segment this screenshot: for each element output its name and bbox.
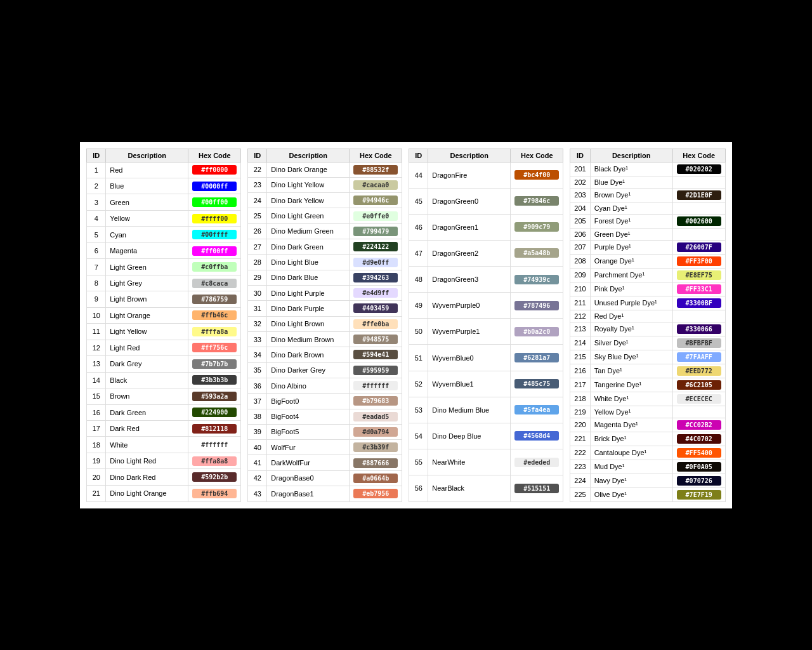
row-id: 29: [248, 270, 267, 285]
row-description: Dino Medium Green: [267, 223, 350, 239]
row-hex: #ffa8a8: [188, 453, 241, 468]
table-row: 52WyvernBlue1#485c75: [409, 371, 563, 397]
color-swatch: #c8caca: [192, 279, 237, 288]
row-id: 207: [570, 240, 590, 254]
row-hex: #6C2105: [672, 378, 725, 392]
color-swatch: #ffff00: [192, 214, 237, 223]
color-swatch: #FF33C1: [677, 284, 721, 294]
row-description: Blue Dye¹: [590, 176, 672, 188]
row-description: Dino Darker Grey: [267, 362, 350, 378]
row-description: Orange Dye¹: [590, 254, 672, 268]
row-id: 23: [248, 177, 267, 192]
color-swatch: #ffa8a8: [192, 456, 237, 466]
color-swatch: #887666: [353, 458, 398, 468]
row-description: Magenta: [106, 242, 188, 258]
row-id: 2: [87, 178, 106, 194]
table-row: 210Pink Dye¹#FF33C1: [570, 282, 725, 296]
row-description: WyvernPurple1: [428, 319, 511, 345]
row-hex: #948575: [350, 331, 402, 347]
color-swatch: #6281a7: [514, 353, 559, 362]
row-id: 27: [248, 239, 267, 255]
table-row: 43DragonBase1#eb7956: [248, 486, 402, 501]
row-hex: #bc4f00: [511, 162, 563, 188]
row-id: 16: [87, 404, 106, 420]
row-hex: #eadad5: [350, 409, 402, 424]
row-hex: #c8caca: [188, 275, 241, 291]
table-row: 13Dark Grey#7b7b7b: [87, 356, 241, 372]
row-description: Black Dye¹: [590, 162, 672, 176]
row-hex: #3300BF: [672, 296, 725, 310]
row-description: Light Yellow: [106, 324, 188, 340]
row-hex: #c3b39f: [350, 440, 402, 455]
row-hex: [672, 228, 725, 240]
row-description: Dino Dark Blue: [267, 270, 350, 285]
row-id: 21: [87, 485, 106, 501]
row-id: 212: [570, 310, 590, 322]
table-row: 20Dino Dark Red#592b2b: [87, 469, 241, 485]
row-id: 26: [248, 223, 267, 239]
row-hex: [672, 310, 725, 322]
row-id: 46: [409, 214, 428, 240]
row-hex: #79846c: [511, 188, 563, 214]
table-row: 47DragonGreen2#a5a48b: [409, 240, 563, 266]
table-row: 19Dino Light Red#ffa8a8: [87, 453, 241, 468]
row-description: Parchment Dye¹: [590, 268, 672, 282]
table-row: 40WolfFur#c3b39f: [248, 440, 402, 455]
col-header-desc2: Description: [267, 149, 350, 162]
color-swatch: #e4d9ff: [353, 288, 398, 298]
row-description: WolfFur: [267, 440, 350, 455]
row-id: 217: [570, 378, 590, 392]
row-hex: #fffa8a: [188, 324, 241, 340]
table-row: 215Sky Blue Dye¹#7FAAFF: [570, 350, 725, 364]
color-swatch: #c3b39f: [353, 442, 398, 452]
color-swatch: #FF3F00: [677, 256, 721, 266]
color-swatch: #ECECEC: [677, 394, 721, 404]
row-id: 6: [87, 242, 106, 258]
row-description: Dino Light Green: [267, 208, 350, 223]
row-description: NearBlack: [428, 475, 511, 501]
table-row: 3Green#00ff00: [87, 194, 241, 210]
row-description: DragonGreen1: [428, 214, 511, 240]
row-hex: #00ffff: [188, 227, 241, 242]
row-description: Brown Dye¹: [590, 188, 672, 202]
row-hex: #595959: [350, 362, 402, 378]
row-hex: #ffe0ba: [350, 316, 402, 331]
color-swatch: #948575: [353, 335, 398, 344]
row-id: 49: [409, 293, 428, 319]
table-row: 220Magenta Dye¹#CC02B2: [570, 418, 725, 432]
row-description: Unused Purple Dye¹: [590, 296, 672, 310]
row-id: 31: [248, 301, 267, 316]
row-description: Light Orange: [106, 307, 188, 323]
row-description: Mud Dye¹: [590, 460, 672, 474]
table-row: 203Brown Dye¹#2D1E0F: [570, 188, 725, 202]
table-row: 50WyvernPurple1#b0a2c0: [409, 319, 563, 345]
row-id: 28: [248, 255, 267, 270]
row-id: 17: [87, 421, 106, 437]
row-description: White: [106, 437, 188, 453]
row-id: 32: [248, 316, 267, 331]
col-header-id4: ID: [570, 149, 590, 162]
row-id: 45: [409, 188, 428, 214]
row-hex: #0000ff: [188, 178, 241, 194]
row-id: 42: [248, 470, 267, 486]
row-hex: #6281a7: [511, 345, 563, 371]
table-row: 27Dino Dark Green#224122: [248, 239, 402, 255]
row-hex: #CC02B2: [672, 418, 725, 432]
row-id: 203: [570, 188, 590, 202]
row-id: 47: [409, 240, 428, 266]
color-swatch: #E8EF75: [677, 270, 721, 280]
table-row: 216Tan Dye¹#EED772: [570, 364, 725, 378]
table-row: 202Blue Dye¹: [570, 176, 725, 188]
row-description: Tan Dye¹: [590, 364, 672, 378]
row-hex: #812118: [188, 421, 241, 437]
color-swatch: #eb7956: [353, 489, 398, 498]
row-hex: #E8EF75: [672, 268, 725, 282]
row-hex: #FF3F00: [672, 254, 725, 268]
color-swatch: #ff0000: [192, 165, 237, 175]
row-hex: #94946c: [350, 193, 402, 208]
table-row: 6Magenta#ff00ff: [87, 242, 241, 258]
color-swatch: #79846c: [514, 196, 559, 206]
row-hex: #ffb694: [188, 485, 241, 501]
table-row: 41DarkWolfFur#887666: [248, 455, 402, 470]
row-description: Dino Light Purple: [267, 286, 350, 301]
